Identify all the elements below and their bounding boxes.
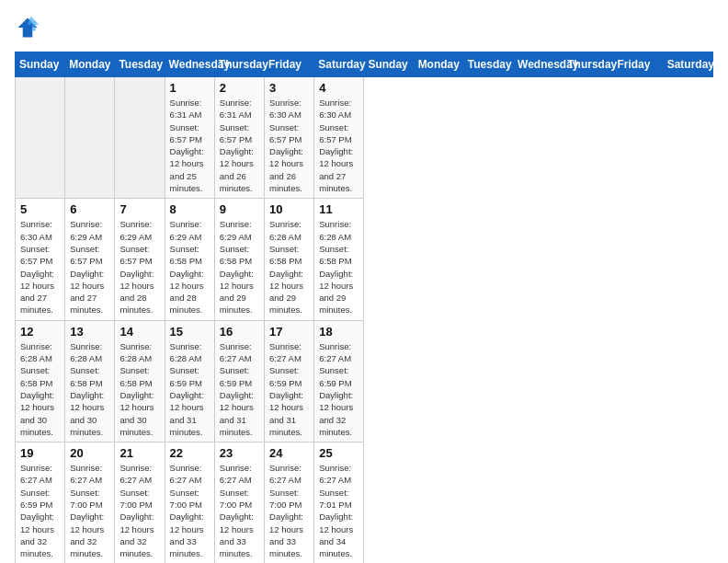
day-header-tuesday: Tuesday	[463, 52, 513, 77]
day-info: Sunrise: 6:27 AM Sunset: 7:00 PM Dayligh…	[220, 462, 259, 559]
calendar-cell: 3Sunrise: 6:30 AM Sunset: 6:57 PM Daylig…	[265, 77, 314, 199]
calendar-cell: 5Sunrise: 6:30 AM Sunset: 6:57 PM Daylig…	[16, 199, 65, 320]
day-number: 18	[319, 325, 358, 339]
calendar-week-row: 1Sunrise: 6:31 AM Sunset: 6:57 PM Daylig…	[16, 77, 713, 199]
day-header-wednesday: Wednesday	[165, 52, 214, 77]
calendar-cell: 4Sunrise: 6:30 AM Sunset: 6:57 PM Daylig…	[314, 77, 364, 199]
calendar-cell: 15Sunrise: 6:28 AM Sunset: 6:59 PM Dayli…	[165, 320, 214, 442]
calendar-cell: 9Sunrise: 6:29 AM Sunset: 6:58 PM Daylig…	[214, 199, 264, 320]
day-number: 4	[319, 81, 358, 95]
page-header	[15, 15, 713, 40]
day-number: 13	[70, 325, 109, 339]
day-number: 5	[20, 202, 60, 216]
day-info: Sunrise: 6:30 AM Sunset: 6:57 PM Dayligh…	[20, 218, 60, 316]
day-number: 9	[220, 202, 259, 216]
calendar-week-row: 12Sunrise: 6:28 AM Sunset: 6:58 PM Dayli…	[16, 320, 713, 442]
calendar-header-row: SundayMondayTuesdayWednesdayThursdayFrid…	[16, 52, 713, 77]
day-info: Sunrise: 6:31 AM Sunset: 6:57 PM Dayligh…	[220, 97, 259, 194]
calendar-cell: 6Sunrise: 6:29 AM Sunset: 6:57 PM Daylig…	[65, 199, 115, 320]
calendar-cell: 17Sunrise: 6:27 AM Sunset: 6:59 PM Dayli…	[265, 320, 314, 442]
day-number: 24	[269, 446, 309, 460]
day-info: Sunrise: 6:27 AM Sunset: 7:00 PM Dayligh…	[119, 462, 159, 559]
day-number: 2	[220, 81, 259, 95]
calendar-cell: 23Sunrise: 6:27 AM Sunset: 7:00 PM Dayli…	[214, 442, 264, 563]
day-number: 8	[170, 202, 210, 216]
calendar-cell: 22Sunrise: 6:27 AM Sunset: 7:00 PM Dayli…	[165, 442, 214, 563]
calendar-cell: 7Sunrise: 6:29 AM Sunset: 6:57 PM Daylig…	[115, 199, 165, 320]
day-header-monday: Monday	[65, 52, 115, 77]
day-info: Sunrise: 6:30 AM Sunset: 6:57 PM Dayligh…	[319, 97, 358, 194]
day-info: Sunrise: 6:27 AM Sunset: 7:00 PM Dayligh…	[269, 462, 309, 559]
day-number: 22	[170, 446, 210, 460]
calendar-cell: 12Sunrise: 6:28 AM Sunset: 6:58 PM Dayli…	[16, 320, 65, 442]
day-number: 20	[70, 446, 109, 460]
day-number: 11	[319, 202, 358, 216]
day-header-saturday: Saturday	[314, 52, 364, 77]
day-number: 23	[220, 446, 259, 460]
calendar-cell: 1Sunrise: 6:31 AM Sunset: 6:57 PM Daylig…	[165, 77, 214, 199]
day-number: 1	[170, 81, 210, 95]
day-number: 10	[269, 202, 309, 216]
day-number: 14	[119, 325, 159, 339]
calendar-week-row: 19Sunrise: 6:27 AM Sunset: 6:59 PM Dayli…	[16, 442, 713, 563]
day-header-friday: Friday	[613, 52, 663, 77]
day-info: Sunrise: 6:29 AM Sunset: 6:58 PM Dayligh…	[220, 218, 259, 316]
day-header-saturday: Saturday	[663, 52, 712, 77]
day-info: Sunrise: 6:27 AM Sunset: 6:59 PM Dayligh…	[269, 340, 309, 438]
calendar-cell: 14Sunrise: 6:28 AM Sunset: 6:58 PM Dayli…	[115, 320, 165, 442]
calendar-cell: 10Sunrise: 6:28 AM Sunset: 6:58 PM Dayli…	[265, 199, 314, 320]
calendar-cell	[65, 77, 115, 199]
day-info: Sunrise: 6:27 AM Sunset: 6:59 PM Dayligh…	[319, 340, 358, 438]
day-number: 15	[170, 325, 210, 339]
day-info: Sunrise: 6:31 AM Sunset: 6:57 PM Dayligh…	[170, 97, 210, 194]
day-info: Sunrise: 6:27 AM Sunset: 7:00 PM Dayligh…	[70, 462, 109, 559]
day-info: Sunrise: 6:27 AM Sunset: 6:59 PM Dayligh…	[220, 340, 259, 438]
day-info: Sunrise: 6:27 AM Sunset: 7:00 PM Dayligh…	[170, 462, 210, 559]
day-header-sunday: Sunday	[364, 52, 414, 77]
calendar-cell: 16Sunrise: 6:27 AM Sunset: 6:59 PM Dayli…	[214, 320, 264, 442]
day-header-thursday: Thursday	[563, 52, 613, 77]
day-info: Sunrise: 6:29 AM Sunset: 6:57 PM Dayligh…	[70, 218, 109, 316]
day-info: Sunrise: 6:28 AM Sunset: 6:58 PM Dayligh…	[20, 340, 60, 438]
calendar-cell	[16, 77, 65, 199]
day-info: Sunrise: 6:27 AM Sunset: 7:01 PM Dayligh…	[319, 462, 358, 559]
day-header-monday: Monday	[414, 52, 463, 77]
calendar-table: SundayMondayTuesdayWednesdayThursdayFrid…	[15, 52, 713, 563]
calendar-cell: 2Sunrise: 6:31 AM Sunset: 6:57 PM Daylig…	[214, 77, 264, 199]
day-header-sunday: Sunday	[16, 52, 65, 77]
calendar-cell: 24Sunrise: 6:27 AM Sunset: 7:00 PM Dayli…	[265, 442, 314, 563]
day-number: 19	[20, 446, 60, 460]
day-number: 7	[119, 202, 159, 216]
day-number: 16	[220, 325, 259, 339]
day-info: Sunrise: 6:28 AM Sunset: 6:58 PM Dayligh…	[319, 218, 358, 316]
calendar-cell: 13Sunrise: 6:28 AM Sunset: 6:58 PM Dayli…	[65, 320, 115, 442]
calendar-cell: 19Sunrise: 6:27 AM Sunset: 6:59 PM Dayli…	[16, 442, 65, 563]
day-number: 21	[119, 446, 159, 460]
day-info: Sunrise: 6:28 AM Sunset: 6:58 PM Dayligh…	[269, 218, 309, 316]
calendar-cell	[115, 77, 165, 199]
day-info: Sunrise: 6:29 AM Sunset: 6:58 PM Dayligh…	[170, 218, 210, 316]
day-number: 17	[269, 325, 309, 339]
day-number: 3	[269, 81, 309, 95]
calendar-cell: 20Sunrise: 6:27 AM Sunset: 7:00 PM Dayli…	[65, 442, 115, 563]
day-info: Sunrise: 6:30 AM Sunset: 6:57 PM Dayligh…	[269, 97, 309, 194]
calendar-cell: 11Sunrise: 6:28 AM Sunset: 6:58 PM Dayli…	[314, 199, 364, 320]
day-number: 12	[20, 325, 60, 339]
calendar-cell: 21Sunrise: 6:27 AM Sunset: 7:00 PM Dayli…	[115, 442, 165, 563]
day-info: Sunrise: 6:27 AM Sunset: 6:59 PM Dayligh…	[20, 462, 60, 559]
calendar-week-row: 5Sunrise: 6:30 AM Sunset: 6:57 PM Daylig…	[16, 199, 713, 320]
logo	[15, 15, 44, 40]
day-info: Sunrise: 6:28 AM Sunset: 6:59 PM Dayligh…	[170, 340, 210, 438]
calendar-cell: 18Sunrise: 6:27 AM Sunset: 6:59 PM Dayli…	[314, 320, 364, 442]
day-info: Sunrise: 6:28 AM Sunset: 6:58 PM Dayligh…	[70, 340, 109, 438]
day-number: 25	[319, 446, 358, 460]
calendar-cell: 8Sunrise: 6:29 AM Sunset: 6:58 PM Daylig…	[165, 199, 214, 320]
day-number: 6	[70, 202, 109, 216]
day-header-wednesday: Wednesday	[514, 52, 563, 77]
day-info: Sunrise: 6:28 AM Sunset: 6:58 PM Dayligh…	[119, 340, 159, 438]
calendar-cell: 25Sunrise: 6:27 AM Sunset: 7:01 PM Dayli…	[314, 442, 364, 563]
day-header-tuesday: Tuesday	[115, 52, 165, 77]
day-header-friday: Friday	[265, 52, 314, 77]
day-info: Sunrise: 6:29 AM Sunset: 6:57 PM Dayligh…	[119, 218, 159, 316]
day-header-thursday: Thursday	[214, 52, 264, 77]
